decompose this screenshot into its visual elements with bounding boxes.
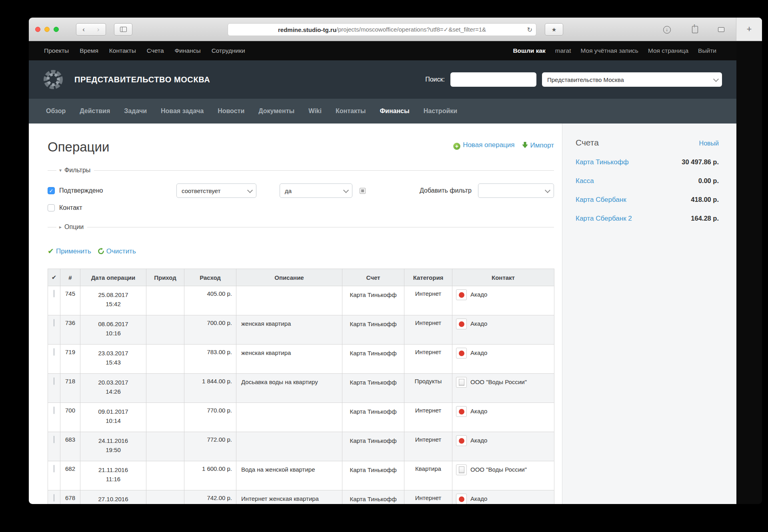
project-select[interactable]: Представительство Москва [542, 72, 722, 87]
column-header-id[interactable]: # [60, 269, 80, 286]
download-icon: ↓ [663, 26, 671, 34]
row-checkbox[interactable] [54, 319, 54, 327]
add-filter-select[interactable] [478, 183, 554, 198]
favorites-button[interactable]: ★ [545, 23, 563, 36]
operations-table: ✔ # Дата операции Приход Расход Описание… [48, 269, 554, 504]
options-toggle[interactable]: ▸ Опции [48, 223, 554, 231]
project-menu-tab[interactable]: Задачи [124, 108, 147, 115]
project-menu-tab[interactable]: Контакты [336, 108, 366, 115]
project-menu-tab[interactable]: Новая задача [161, 108, 204, 115]
select-all-header[interactable]: ✔ [48, 269, 60, 286]
downloads-button[interactable]: ↓ [661, 24, 673, 35]
row-category: Интернет [404, 286, 452, 315]
contact-avatar-icon [456, 494, 467, 504]
table-row: 678 27.10.201612:36 742.00 р. Интернет ж… [48, 490, 554, 504]
account-row: Карта Тинькофф 30 497.86 р. [576, 158, 719, 166]
contact-avatar-icon [456, 319, 467, 329]
topnav-account-link[interactable]: marat [555, 47, 571, 54]
minimize-window-button[interactable] [44, 27, 50, 32]
account-row: Карта Сбербанк 2 164.28 р. [576, 215, 719, 223]
column-header-contact[interactable]: Контакт [452, 269, 554, 286]
row-income [146, 432, 184, 461]
filters-toggle[interactable]: ▾ Фильтры [48, 167, 554, 174]
sidebar-icon [120, 27, 127, 32]
row-date: 25.08.201715:42 [80, 286, 146, 315]
project-menu: ОбзорДействияЗадачиНовая задачаНовостиДо… [29, 99, 736, 124]
account-link[interactable]: Касса [576, 177, 594, 185]
topnav-link[interactable]: Счета [147, 47, 164, 54]
project-menu-tab[interactable]: Действия [80, 108, 110, 115]
value-select[interactable]: да [280, 183, 352, 198]
topnav-account-link[interactable]: Моя учётная запись [580, 47, 638, 54]
row-checkbox[interactable] [54, 290, 54, 297]
column-header-description[interactable]: Описание [236, 269, 342, 286]
row-checkbox[interactable] [54, 494, 54, 502]
row-date: 24.11.201619:50 [80, 432, 146, 461]
row-checkbox[interactable] [54, 406, 54, 414]
project-menu-tab[interactable]: Документы [258, 108, 294, 115]
row-checkbox[interactable] [54, 465, 54, 472]
column-header-expense[interactable]: Расход [184, 269, 236, 286]
row-date: 09.01.201710:14 [80, 403, 146, 432]
project-menu-tab[interactable]: Новости [218, 108, 244, 115]
apply-link[interactable]: ✔Применить [48, 247, 91, 256]
url-path: /projects/moscowoffice/operations?utf8=✓… [336, 26, 486, 33]
account-link[interactable]: Карта Сбербанк [576, 196, 626, 204]
table-row: 745 25.08.201715:42 405.00 р. Карта Тинь… [48, 286, 554, 315]
row-id: 683 [60, 432, 80, 461]
share-button[interactable] [689, 24, 701, 35]
account-link[interactable]: Карта Тинькофф [576, 158, 629, 166]
reload-icon[interactable]: ↻ [527, 26, 532, 34]
account-link[interactable]: Карта Сбербанк 2 [576, 215, 632, 223]
arrow-down-icon [522, 142, 528, 148]
column-header-date[interactable]: Дата операции [80, 269, 146, 286]
row-id: 678 [60, 490, 80, 504]
project-menu-tab[interactable]: Финансы [380, 108, 409, 115]
topnav-account-link[interactable]: Вошли как [513, 47, 545, 54]
topnav-link[interactable]: Время [80, 47, 98, 54]
row-checkbox[interactable] [54, 436, 54, 443]
topnav-link[interactable]: Сотрудники [212, 47, 245, 54]
column-header-account[interactable]: Счет [342, 269, 404, 286]
topnav-link[interactable]: Финансы [175, 47, 201, 54]
column-header-category[interactable]: Категория [404, 269, 452, 286]
operator-select[interactable]: соответствует [176, 183, 256, 198]
project-menu-tab[interactable]: Wiki [308, 108, 322, 115]
row-contact: Акадо [452, 403, 554, 432]
topnav-link[interactable]: Проекты [44, 47, 69, 54]
row-contact: Акадо [452, 286, 554, 315]
contact-avatar-icon [456, 377, 467, 388]
row-description: женская квартира [236, 315, 342, 345]
clear-link[interactable]: Очистить [98, 247, 136, 255]
sidebar-toggle-button[interactable] [114, 23, 132, 36]
chevron-down-icon [714, 78, 718, 82]
zoom-window-button[interactable] [54, 27, 59, 32]
tab-overview-button[interactable] [715, 24, 727, 35]
row-account: Карта Тинькофф [342, 286, 404, 315]
forward-button[interactable]: › [91, 23, 106, 36]
plus-icon: + [747, 24, 752, 34]
import-link[interactable]: Импорт [522, 141, 554, 149]
row-description [236, 286, 342, 315]
address-bar[interactable]: redmine.studio-tg.ru/projects/moscowoffi… [228, 23, 536, 36]
confirmed-checkbox[interactable]: ✓ [48, 187, 55, 194]
topnav-link[interactable]: Контакты [109, 47, 136, 54]
close-window-button[interactable] [35, 27, 40, 32]
site-logo-icon [42, 69, 64, 90]
project-menu-tab[interactable]: Настройки [424, 108, 457, 115]
row-expense: 783.00 р. [184, 345, 236, 374]
new-account-link[interactable]: Новый [699, 140, 719, 147]
new-tab-button[interactable]: + [736, 18, 762, 41]
contact-checkbox[interactable] [48, 204, 55, 211]
row-checkbox[interactable] [54, 377, 54, 385]
back-button[interactable]: ‹ [76, 23, 91, 36]
new-operation-link[interactable]: +Новая операция [453, 141, 514, 150]
operator-select-value: соответствует [182, 187, 220, 194]
column-header-income[interactable]: Приход [146, 269, 184, 286]
topnav-account-link[interactable]: Выйти [698, 47, 716, 54]
search-input[interactable] [450, 72, 536, 87]
topnav-account-link[interactable]: Моя страница [648, 47, 688, 54]
row-checkbox[interactable] [54, 348, 54, 356]
project-menu-tab[interactable]: Обзор [46, 108, 66, 115]
toggle-multiselect-button[interactable] [360, 188, 366, 194]
